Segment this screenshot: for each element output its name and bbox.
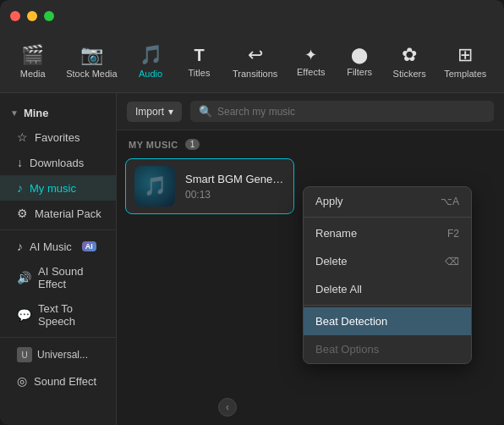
stickers-icon: ✿ <box>402 46 417 64</box>
ctx-apply[interactable]: Apply ⌥A <box>304 187 471 215</box>
chevron-down-icon: ▼ <box>10 108 19 118</box>
media-icon: 🎬 <box>21 46 44 64</box>
ai-music-icon: ♪ <box>17 240 23 253</box>
nav-label-stock-media: Stock Media <box>66 69 118 79</box>
sidebar-item-my-music[interactable]: ♪ My music <box>0 175 116 201</box>
sidebar-divider-2 <box>0 337 116 338</box>
music-icon: ♪ <box>17 181 23 195</box>
sidebar-item-downloads[interactable]: ↓ Downloads <box>0 150 116 175</box>
nav-label-filters: Filters <box>347 67 372 77</box>
nav-label-titles: Titles <box>189 68 211 78</box>
search-bar: 🔍 <box>190 101 494 122</box>
sidebar-label-downloads: Downloads <box>30 157 84 169</box>
sidebar-label-sound-effect: Sound Effect <box>34 375 96 388</box>
sidebar: ▼ Mine ☆ Favorites ↓ Downloads ♪ My musi… <box>0 93 117 425</box>
nav-label-media: Media <box>20 69 46 79</box>
sidebar-label-favorites: Favorites <box>35 131 79 144</box>
star-icon: ☆ <box>17 130 28 144</box>
nav-label-audio: Audio <box>139 69 162 79</box>
ai-badge: AI <box>82 241 96 251</box>
ctx-beat-options-label: Beat Options <box>315 343 379 356</box>
import-button[interactable]: Import ▾ <box>127 102 182 122</box>
ctx-rename-label: Rename <box>315 227 357 240</box>
nav-item-stickers[interactable]: ✿ Stickers <box>385 41 435 84</box>
nav-item-titles[interactable]: T Titles <box>176 41 223 83</box>
nav-item-media[interactable]: 🎬 Media <box>9 41 57 84</box>
search-input[interactable] <box>217 106 485 118</box>
ctx-rename-shortcut: F2 <box>447 228 459 240</box>
top-nav: 🎬 Media 📷 Stock Media 🎵 Audio T Titles ↩… <box>0 32 504 93</box>
sidebar-label-my-music: My music <box>30 182 76 195</box>
import-label: Import <box>135 106 164 118</box>
search-icon: 🔍 <box>199 105 212 118</box>
music-duration: 00:13 <box>185 189 285 201</box>
chevron-left-icon: ‹ <box>226 401 229 413</box>
ctx-rename[interactable]: Rename F2 <box>304 219 471 247</box>
sidebar-item-ai-music[interactable]: ♪ AI Music AI <box>0 234 116 259</box>
effects-icon: ✦ <box>304 47 317 63</box>
pack-icon: ⚙ <box>17 207 28 220</box>
sidebar-label-universal: Universal... <box>37 349 88 361</box>
nav-item-stock-media[interactable]: 📷 Stock Media <box>58 41 126 84</box>
nav-label-stickers: Stickers <box>393 69 426 79</box>
ctx-beat-options: Beat Options <box>304 335 471 363</box>
templates-icon: ⊞ <box>457 46 473 64</box>
nav-item-effects[interactable]: ✦ Effects <box>288 42 335 82</box>
sidebar-label-ai-music: AI Music <box>30 240 72 253</box>
stock-media-icon: 📷 <box>80 46 103 64</box>
music-info: Smart BGM Generatio... 00:13 <box>185 173 285 201</box>
music-count-badge: 1 <box>185 139 200 150</box>
content-toolbar: Import ▾ 🔍 <box>117 93 504 130</box>
sidebar-item-text-to-speech[interactable]: 💬 Text To Speech <box>0 296 116 334</box>
universal-icon: U <box>17 347 32 362</box>
sidebar-item-ai-sound-effect[interactable]: 🔊 AI Sound Effect <box>0 259 116 296</box>
transitions-icon: ↩ <box>248 46 263 64</box>
music-note-icon: 🎵 <box>144 175 167 197</box>
sidebar-item-favorites[interactable]: ☆ Favorites <box>0 124 116 150</box>
nav-item-transitions[interactable]: ↩ Transitions <box>224 41 286 84</box>
content-area: Import ▾ 🔍 MY MUSIC 1 🎵 Smart BGM Genera… <box>117 93 504 425</box>
ctx-delete-all[interactable]: Delete All <box>304 275 471 303</box>
sidebar-label-material-pack: Material Pack <box>35 207 101 220</box>
music-thumbnail: 🎵 <box>134 166 175 207</box>
audio-icon: 🎵 <box>140 46 162 64</box>
context-menu: Apply ⌥A Rename F2 Delete ⌫ Delete All B… <box>303 186 472 364</box>
sidebar-divider <box>0 229 116 230</box>
sidebar-label-tts: Text To Speech <box>38 302 104 328</box>
nav-item-audio[interactable]: 🎵 Audio <box>127 41 174 84</box>
ai-sound-icon: 🔊 <box>17 271 31 284</box>
mine-label: Mine <box>24 107 49 119</box>
tts-icon: 💬 <box>17 308 31 322</box>
sidebar-item-universal[interactable]: U Universal... <box>0 341 116 368</box>
ctx-delete-shortcut: ⌫ <box>445 256 459 268</box>
nav-item-templates[interactable]: ⊞ Templates <box>436 41 495 84</box>
mine-section[interactable]: ▼ Mine <box>0 102 116 124</box>
filters-icon: ⬤ <box>351 47 368 63</box>
ctx-delete[interactable]: Delete ⌫ <box>304 247 471 275</box>
collapse-sidebar-button[interactable]: ‹ <box>218 398 237 417</box>
nav-label-templates: Templates <box>444 69 486 79</box>
nav-item-filters[interactable]: ⬤ Filters <box>336 42 383 82</box>
nav-label-transitions: Transitions <box>233 69 277 79</box>
maximize-button[interactable] <box>44 11 54 21</box>
minimize-button[interactable] <box>27 11 37 21</box>
sidebar-label-ai-sound: AI Sound Effect <box>38 265 104 290</box>
my-music-title: MY MUSIC <box>129 140 178 150</box>
ctx-apply-shortcut: ⌥A <box>441 196 459 207</box>
ctx-delete-label: Delete <box>315 255 348 268</box>
sidebar-item-material-pack[interactable]: ⚙ Material Pack <box>0 201 116 226</box>
main-layout: ▼ Mine ☆ Favorites ↓ Downloads ♪ My musi… <box>0 93 504 425</box>
music-name: Smart BGM Generatio... <box>185 173 285 185</box>
ctx-delete-all-label: Delete All <box>315 283 362 295</box>
ctx-beat-detection-label: Beat Detection <box>315 315 387 328</box>
music-item[interactable]: 🎵 Smart BGM Generatio... 00:13 <box>125 158 294 214</box>
sidebar-item-sound-effect[interactable]: ◎ Sound Effect <box>0 368 116 394</box>
titles-icon: T <box>194 47 204 63</box>
chevron-down-icon: ▾ <box>168 106 173 118</box>
sound-icon: ◎ <box>17 374 27 388</box>
ctx-beat-detection[interactable]: Beat Detection <box>304 307 471 335</box>
ctx-separator-1 <box>304 217 471 218</box>
close-button[interactable] <box>10 11 20 21</box>
nav-label-effects: Effects <box>297 67 325 77</box>
ctx-apply-label: Apply <box>315 195 343 207</box>
